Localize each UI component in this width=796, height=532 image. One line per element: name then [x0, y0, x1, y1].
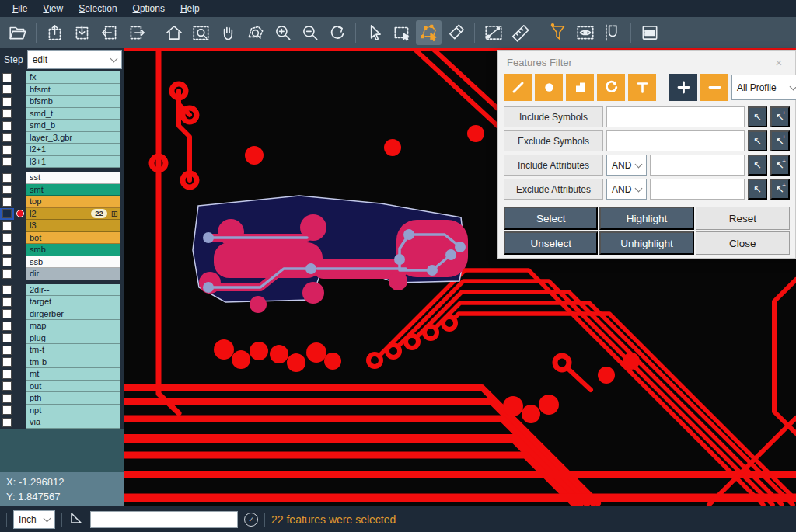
close-button[interactable]: Close [696, 231, 790, 255]
layer-name[interactable]: smd_b [26, 120, 120, 132]
exclude-symbols-pick-button[interactable]: ↖ [748, 130, 767, 151]
measure-distance-button[interactable] [480, 20, 506, 45]
layer-visibility-checkbox[interactable] [0, 392, 14, 405]
layer-visibility-checkbox[interactable] [0, 256, 14, 269]
layer-row-bot[interactable]: bot [0, 232, 124, 245]
layer-row-pth[interactable]: pth [0, 392, 124, 405]
snap-magnet-button[interactable] [599, 20, 625, 45]
layer-name[interactable]: target [26, 296, 120, 308]
layer-visibility-checkbox[interactable] [0, 184, 14, 196]
menu-selection[interactable]: Selection [71, 1, 124, 16]
layer-name[interactable]: tm-t [26, 344, 120, 356]
exclude-attributes-field[interactable] [650, 179, 745, 200]
layer-row-bfsmb[interactable]: bfsmb [0, 96, 124, 108]
layer-visibility-checkbox[interactable] [0, 356, 14, 369]
layer-visibility-checkbox[interactable] [0, 132, 14, 144]
active-layer-indicator[interactable] [14, 210, 26, 217]
layer-name[interactable]: mt [26, 368, 120, 381]
layer-row-map[interactable]: map [0, 320, 124, 332]
layer-row-ssb[interactable]: ssb [0, 256, 124, 269]
layer-visibility-checkbox[interactable] [0, 332, 14, 345]
layers-panel-button[interactable] [637, 20, 662, 45]
include-symbols-button[interactable]: Include Symbols [504, 106, 603, 127]
layer-row-l3+1[interactable]: l3+1 [0, 156, 124, 169]
layer-name[interactable]: l2+1 [26, 144, 120, 156]
layer-name[interactable]: smb [26, 244, 120, 256]
step-select[interactable]: edit [27, 50, 122, 69]
view-options-button[interactable] [572, 20, 598, 45]
layer-visibility-checkbox[interactable] [0, 71, 14, 84]
layer-row-plug[interactable]: plug [0, 332, 124, 345]
layer-row-mt[interactable]: mt [0, 368, 124, 381]
reset-button[interactable]: Reset [696, 207, 790, 230]
layer-row-dir[interactable]: dir [0, 268, 124, 280]
paste-arrow-down-button[interactable] [69, 20, 95, 45]
layer-visibility-checkbox[interactable] [0, 416, 14, 429]
layer-row-layer_3.gbr[interactable]: layer_3.gbr [0, 132, 124, 144]
layer-row-top[interactable]: top [0, 196, 124, 208]
layer-visibility-checkbox[interactable] [0, 84, 14, 96]
exclude-attributes-operator-select[interactable]: AND [606, 179, 647, 200]
layer-visibility-checkbox[interactable] [0, 405, 14, 417]
layer-row-target[interactable]: target [0, 296, 124, 308]
layer-row-2dir--[interactable]: 2dir-- [0, 284, 124, 297]
layer-visibility-checkbox[interactable] [0, 308, 14, 321]
zoom-out-button[interactable] [297, 20, 323, 45]
select-cursor-button[interactable] [361, 20, 387, 45]
layer-name[interactable]: sst [26, 172, 120, 184]
layer-name[interactable]: pth [26, 392, 120, 405]
layer-name[interactable]: bot [26, 232, 120, 245]
layer-visibility-checkbox[interactable] [0, 344, 14, 356]
layer-name[interactable]: bfsmb [26, 96, 120, 108]
layer-row-l2+1[interactable]: l2+1 [0, 144, 124, 156]
include-attributes-pick-button[interactable]: ↖ [748, 155, 767, 176]
select-rectangle-button[interactable] [389, 20, 414, 45]
include-symbols-pick-add-button[interactable]: ↖+ [770, 106, 790, 127]
layer-visibility-checkbox[interactable] [0, 368, 14, 381]
dialog-titlebar[interactable]: Features Filter × [498, 51, 795, 73]
layer-name[interactable]: dir [26, 268, 120, 280]
paste-arrow-up-button[interactable] [42, 20, 68, 45]
text-feature-button[interactable] [628, 74, 656, 101]
exclude-symbols-field[interactable] [606, 130, 745, 151]
layer-row-dirgerber[interactable]: dirgerber [0, 308, 124, 321]
exclude-attributes-pick-button[interactable]: ↖ [748, 179, 767, 200]
zoom-fit-button[interactable] [188, 20, 214, 45]
arc-feature-button[interactable] [597, 74, 625, 101]
profile-select[interactable]: All Profile [731, 75, 796, 100]
layer-row-via[interactable]: via [0, 416, 124, 429]
layer-row-npt[interactable]: npt [0, 405, 124, 417]
layer-visibility-checkbox[interactable] [0, 144, 14, 156]
layer-visibility-checkbox[interactable] [0, 232, 14, 245]
open-folder-button[interactable] [5, 20, 30, 45]
home-view-button[interactable] [161, 20, 187, 45]
include-attributes-pick-add-button[interactable]: ↖+ [770, 155, 790, 176]
layer-name[interactable]: fx [26, 71, 120, 84]
ruler-button[interactable] [508, 20, 533, 45]
include-symbols-field[interactable] [606, 106, 745, 127]
exclude-attributes-pick-add-button[interactable]: ↖+ [770, 179, 790, 200]
layer-name[interactable]: plug [26, 332, 120, 345]
layer-name[interactable]: npt [26, 405, 120, 417]
layer-visibility-checkbox[interactable] [0, 320, 14, 332]
layer-visibility-checkbox[interactable] [0, 156, 14, 169]
exclude-symbols-button[interactable]: Exclude Symbols [504, 130, 603, 151]
unselect-button[interactable]: Unselect [504, 231, 598, 255]
layer-visibility-checkbox[interactable] [0, 244, 14, 256]
layer-name[interactable]: via [26, 416, 120, 429]
status-check-icon[interactable]: ✓ [244, 513, 258, 527]
pad-feature-button[interactable] [535, 74, 563, 101]
exclude-attributes-button[interactable]: Exclude Attributes [504, 179, 603, 200]
paste-arrow-right-button[interactable] [124, 20, 149, 45]
exclude-symbols-pick-add-button[interactable]: ↖+ [770, 130, 790, 151]
pan-hand-button[interactable] [215, 20, 241, 45]
paste-arrow-left-button[interactable] [96, 20, 122, 45]
layer-name[interactable]: l222⊞ [26, 208, 120, 221]
layer-row-out[interactable]: out [0, 381, 124, 393]
units-select[interactable]: Inch [13, 510, 55, 529]
layer-row-l3[interactable]: l3 [0, 220, 124, 232]
clean-brush-button[interactable] [443, 20, 469, 45]
remove-filter-button[interactable] [700, 74, 728, 101]
zoom-area-button[interactable] [243, 20, 268, 45]
layer-visibility-checkbox[interactable] [0, 381, 14, 393]
